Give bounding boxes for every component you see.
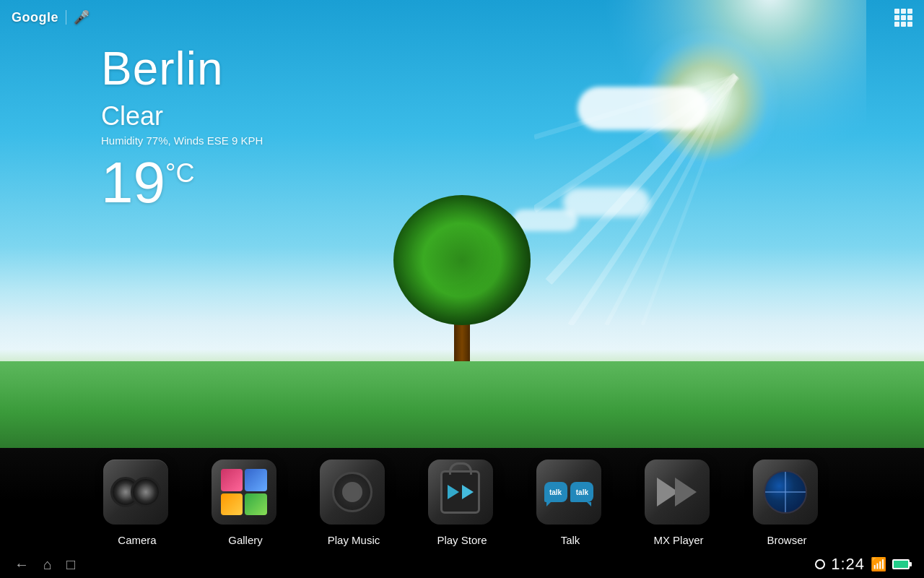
topbar: Google 🎤 bbox=[0, 0, 924, 35]
recents-button[interactable]: □ bbox=[66, 556, 75, 573]
mx-play-triangle-right bbox=[675, 478, 697, 506]
cloud-1 bbox=[578, 87, 707, 130]
camera-icon-wrapper bbox=[103, 460, 172, 528]
tree-canopy bbox=[393, 195, 531, 325]
status-time: 1:24 bbox=[831, 555, 865, 574]
headphone-symbol: 🎧 bbox=[334, 475, 371, 510]
app-mx-player[interactable]: MX Player bbox=[628, 455, 729, 551]
temperature: 19°C bbox=[101, 154, 263, 212]
camera-label: Camera bbox=[118, 534, 156, 546]
gallery-label: Gallery bbox=[228, 534, 263, 546]
store-bag bbox=[440, 470, 480, 514]
store-triangle-left bbox=[448, 485, 459, 499]
browser-globe bbox=[764, 470, 807, 514]
gallery-icon bbox=[212, 460, 276, 525]
app-play-music[interactable]: 🎧 Play Music bbox=[303, 455, 404, 551]
mx-player-icon bbox=[645, 460, 710, 525]
app-camera[interactable]: Camera bbox=[87, 455, 188, 551]
app-gallery[interactable]: Gallery bbox=[195, 455, 296, 551]
talk-icon-wrapper: talk talk bbox=[536, 460, 605, 528]
status-bar: 1:24 📶 bbox=[815, 555, 910, 574]
home-button[interactable]: ⌂ bbox=[43, 556, 52, 573]
navbar: ← ⌂ □ 1:24 📶 bbox=[0, 551, 924, 578]
talk-label: Talk bbox=[561, 534, 580, 546]
topbar-divider bbox=[66, 10, 66, 25]
weather-widget: Berlin Clear Humidity 77%, Winds ESE 9 K… bbox=[101, 43, 263, 212]
store-triangle-right bbox=[462, 485, 474, 499]
talk-bubble-left: talk bbox=[544, 482, 567, 502]
talk-icon: talk talk bbox=[536, 460, 601, 525]
mx-player-icon-wrapper bbox=[645, 460, 713, 528]
talk-bubble-right: talk bbox=[570, 482, 593, 502]
apps-grid-button[interactable] bbox=[894, 9, 912, 27]
play-music-icon: 🎧 bbox=[320, 460, 385, 525]
back-button[interactable]: ← bbox=[14, 556, 29, 573]
camera-icon bbox=[103, 460, 168, 525]
play-store-icon-wrapper bbox=[428, 460, 497, 528]
ground bbox=[0, 361, 924, 448]
google-logo: Google bbox=[12, 10, 58, 25]
play-store-label: Play Store bbox=[437, 534, 487, 546]
battery-icon bbox=[892, 559, 910, 569]
gallery-icon-wrapper bbox=[212, 460, 280, 528]
weather-details: Humidity 77%, Winds ESE 9 KPH bbox=[101, 134, 263, 147]
wifi-icon: 📶 bbox=[871, 556, 886, 572]
city-name: Berlin bbox=[101, 43, 263, 94]
play-store-icon bbox=[428, 460, 493, 525]
taskbar: Camera Gallery 🎧 bbox=[0, 448, 924, 578]
talk-text-right: talk bbox=[575, 488, 588, 496]
talk-text-left: talk bbox=[549, 488, 562, 496]
status-circle-icon bbox=[815, 559, 825, 569]
microphone-icon[interactable]: 🎤 bbox=[74, 9, 90, 25]
mx-player-label: MX Player bbox=[653, 534, 703, 546]
app-dock: Camera Gallery 🎧 bbox=[0, 448, 924, 551]
tree bbox=[393, 195, 531, 376]
browser-icon bbox=[753, 460, 818, 525]
play-music-icon-wrapper: 🎧 bbox=[320, 460, 388, 528]
browser-icon-wrapper bbox=[753, 460, 821, 528]
play-music-label: Play Music bbox=[328, 534, 380, 546]
app-browser[interactable]: Browser bbox=[736, 455, 837, 551]
weather-condition: Clear bbox=[101, 101, 263, 131]
app-play-store[interactable]: Play Store bbox=[411, 455, 513, 551]
browser-label: Browser bbox=[767, 534, 806, 546]
app-talk[interactable]: talk talk Talk bbox=[520, 455, 621, 551]
cloud-2 bbox=[563, 188, 650, 217]
